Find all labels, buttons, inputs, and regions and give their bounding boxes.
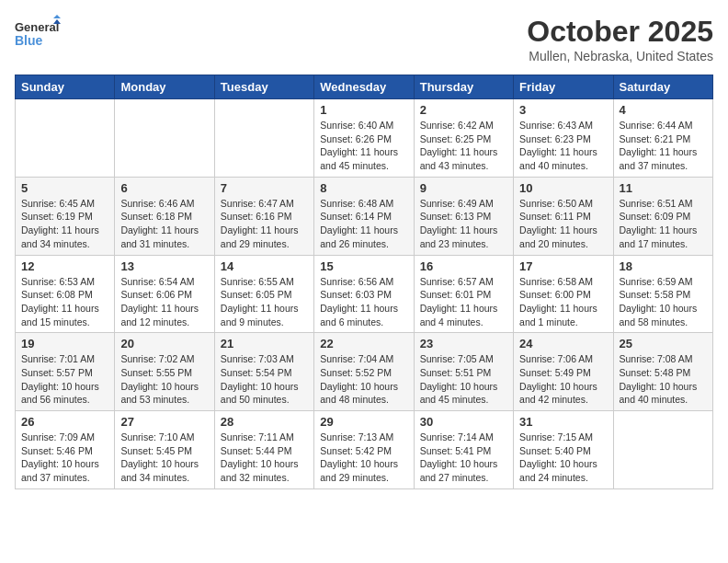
col-friday: Friday (514, 75, 613, 99)
table-row: 14Sunrise: 6:55 AM Sunset: 6:05 PM Dayli… (214, 255, 313, 333)
day-info: Sunrise: 6:54 AM Sunset: 6:06 PM Dayligh… (120, 275, 208, 329)
svg-marker-2 (53, 15, 61, 18)
day-info: Sunrise: 6:42 AM Sunset: 6:25 PM Dayligh… (420, 119, 507, 173)
table-row: 5Sunrise: 6:45 AM Sunset: 6:19 PM Daylig… (16, 177, 115, 255)
logo-svg: General Blue (15, 15, 61, 52)
table-row: 15Sunrise: 6:56 AM Sunset: 6:03 PM Dayli… (314, 255, 414, 333)
table-row: 28Sunrise: 7:11 AM Sunset: 5:44 PM Dayli… (214, 411, 313, 489)
table-row: 9Sunrise: 6:49 AM Sunset: 6:13 PM Daylig… (414, 177, 513, 255)
day-number: 10 (519, 181, 607, 195)
svg-text:Blue: Blue (15, 33, 43, 48)
day-number: 19 (21, 337, 108, 350)
table-row: 10Sunrise: 6:50 AM Sunset: 6:11 PM Dayli… (514, 177, 613, 255)
table-row: 1Sunrise: 6:40 AM Sunset: 6:26 PM Daylig… (314, 99, 414, 178)
page-title: October 2025 (527, 15, 713, 49)
table-row: 4Sunrise: 6:44 AM Sunset: 6:21 PM Daylig… (613, 99, 712, 178)
day-info: Sunrise: 6:40 AM Sunset: 6:26 PM Dayligh… (320, 119, 407, 173)
table-row: 7Sunrise: 6:47 AM Sunset: 6:16 PM Daylig… (214, 177, 313, 255)
table-row: 19Sunrise: 7:01 AM Sunset: 5:57 PM Dayli… (16, 333, 115, 411)
day-info: Sunrise: 6:45 AM Sunset: 6:19 PM Dayligh… (21, 197, 108, 251)
page-header: General Blue October 2025 Mullen, Nebras… (15, 15, 713, 63)
col-thursday: Thursday (414, 75, 513, 99)
day-info: Sunrise: 7:04 AM Sunset: 5:52 PM Dayligh… (320, 352, 407, 407)
day-number: 17 (519, 259, 607, 273)
table-row: 17Sunrise: 6:58 AM Sunset: 6:00 PM Dayli… (514, 255, 613, 333)
table-row: 18Sunrise: 6:59 AM Sunset: 5:58 PM Dayli… (613, 255, 712, 333)
col-tuesday: Tuesday (214, 75, 313, 99)
day-number: 15 (320, 259, 407, 273)
table-row: 27Sunrise: 7:10 AM Sunset: 5:45 PM Dayli… (115, 411, 214, 489)
table-row: 24Sunrise: 7:06 AM Sunset: 5:49 PM Dayli… (514, 333, 613, 411)
calendar-week-3: 12Sunrise: 6:53 AM Sunset: 6:08 PM Dayli… (16, 255, 713, 333)
day-info: Sunrise: 6:53 AM Sunset: 6:08 PM Dayligh… (21, 275, 108, 329)
table-row (115, 99, 214, 178)
day-info: Sunrise: 7:03 AM Sunset: 5:54 PM Dayligh… (221, 352, 308, 407)
day-number: 23 (420, 337, 507, 350)
day-number: 30 (420, 415, 507, 429)
day-number: 13 (120, 259, 208, 273)
day-number: 28 (221, 415, 308, 429)
table-row: 16Sunrise: 6:57 AM Sunset: 6:01 PM Dayli… (414, 255, 513, 333)
table-row: 26Sunrise: 7:09 AM Sunset: 5:46 PM Dayli… (16, 411, 115, 489)
table-row (613, 411, 712, 489)
page-subtitle: Mullen, Nebraska, United States (527, 49, 713, 63)
day-number: 12 (21, 259, 108, 273)
day-info: Sunrise: 7:09 AM Sunset: 5:46 PM Dayligh… (21, 431, 108, 485)
day-info: Sunrise: 6:47 AM Sunset: 6:16 PM Dayligh… (221, 197, 308, 251)
day-info: Sunrise: 6:55 AM Sunset: 6:05 PM Dayligh… (221, 275, 308, 329)
day-info: Sunrise: 6:43 AM Sunset: 6:23 PM Dayligh… (519, 119, 607, 173)
col-sunday: Sunday (16, 75, 115, 99)
col-saturday: Saturday (613, 75, 712, 99)
table-row: 31Sunrise: 7:15 AM Sunset: 5:40 PM Dayli… (514, 411, 613, 489)
day-number: 3 (519, 103, 607, 117)
calendar-week-2: 5Sunrise: 6:45 AM Sunset: 6:19 PM Daylig… (16, 177, 713, 255)
day-info: Sunrise: 7:06 AM Sunset: 5:49 PM Dayligh… (519, 352, 607, 407)
table-row: 20Sunrise: 7:02 AM Sunset: 5:55 PM Dayli… (115, 333, 214, 411)
day-info: Sunrise: 7:08 AM Sunset: 5:48 PM Dayligh… (620, 352, 707, 407)
day-number: 20 (120, 337, 208, 350)
day-info: Sunrise: 7:10 AM Sunset: 5:45 PM Dayligh… (120, 431, 208, 485)
day-info: Sunrise: 6:57 AM Sunset: 6:01 PM Dayligh… (420, 275, 507, 329)
table-row: 3Sunrise: 6:43 AM Sunset: 6:23 PM Daylig… (514, 99, 613, 178)
title-block: October 2025 Mullen, Nebraska, United St… (527, 15, 713, 63)
table-row: 29Sunrise: 7:13 AM Sunset: 5:42 PM Dayli… (314, 411, 414, 489)
day-number: 18 (620, 259, 707, 273)
day-number: 1 (320, 103, 407, 117)
calendar-week-4: 19Sunrise: 7:01 AM Sunset: 5:57 PM Dayli… (16, 333, 713, 411)
day-number: 4 (620, 103, 707, 117)
day-info: Sunrise: 6:44 AM Sunset: 6:21 PM Dayligh… (620, 119, 707, 173)
table-row: 23Sunrise: 7:05 AM Sunset: 5:51 PM Dayli… (414, 333, 513, 411)
day-info: Sunrise: 6:56 AM Sunset: 6:03 PM Dayligh… (320, 275, 407, 329)
table-row: 13Sunrise: 6:54 AM Sunset: 6:06 PM Dayli… (115, 255, 214, 333)
table-row: 30Sunrise: 7:14 AM Sunset: 5:41 PM Dayli… (414, 411, 513, 489)
day-info: Sunrise: 7:13 AM Sunset: 5:42 PM Dayligh… (320, 431, 407, 485)
col-wednesday: Wednesday (314, 75, 414, 99)
day-number: 5 (21, 181, 108, 195)
table-row (214, 99, 313, 178)
day-number: 14 (221, 259, 308, 273)
table-row: 8Sunrise: 6:48 AM Sunset: 6:14 PM Daylig… (314, 177, 414, 255)
day-number: 27 (120, 415, 208, 429)
day-info: Sunrise: 7:14 AM Sunset: 5:41 PM Dayligh… (420, 431, 507, 485)
calendar-header-row: Sunday Monday Tuesday Wednesday Thursday… (16, 75, 713, 99)
day-info: Sunrise: 6:51 AM Sunset: 6:09 PM Dayligh… (620, 197, 707, 251)
table-row: 25Sunrise: 7:08 AM Sunset: 5:48 PM Dayli… (613, 333, 712, 411)
day-number: 7 (221, 181, 308, 195)
day-number: 26 (21, 415, 108, 429)
day-info: Sunrise: 6:59 AM Sunset: 5:58 PM Dayligh… (620, 275, 707, 329)
table-row (16, 99, 115, 178)
table-row: 21Sunrise: 7:03 AM Sunset: 5:54 PM Dayli… (214, 333, 313, 411)
day-info: Sunrise: 6:50 AM Sunset: 6:11 PM Dayligh… (519, 197, 607, 251)
day-number: 31 (519, 415, 607, 429)
table-row: 6Sunrise: 6:46 AM Sunset: 6:18 PM Daylig… (115, 177, 214, 255)
day-number: 8 (320, 181, 407, 195)
table-row: 12Sunrise: 6:53 AM Sunset: 6:08 PM Dayli… (16, 255, 115, 333)
day-info: Sunrise: 6:49 AM Sunset: 6:13 PM Dayligh… (420, 197, 507, 251)
day-info: Sunrise: 6:46 AM Sunset: 6:18 PM Dayligh… (120, 197, 208, 251)
day-info: Sunrise: 7:02 AM Sunset: 5:55 PM Dayligh… (120, 352, 208, 407)
day-number: 6 (120, 181, 208, 195)
day-number: 22 (320, 337, 407, 350)
day-info: Sunrise: 7:15 AM Sunset: 5:40 PM Dayligh… (519, 431, 607, 485)
day-info: Sunrise: 7:11 AM Sunset: 5:44 PM Dayligh… (221, 431, 308, 485)
day-number: 2 (420, 103, 507, 117)
